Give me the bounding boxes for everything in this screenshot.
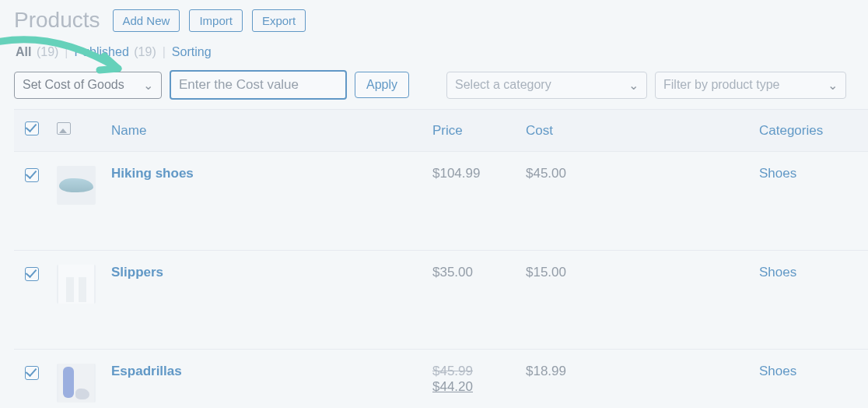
category-link[interactable]: Shoes [759,364,796,378]
tab-published[interactable]: Published (19) [75,45,156,59]
product-thumbnail[interactable] [57,265,96,304]
table-row: Espadrillas $45.99$44.20 $18.99 Shoes [14,350,868,409]
price-value: $104.99 [432,166,480,181]
price-value: $35.00 [432,265,473,280]
page-title: Products [14,8,100,33]
category-filter-select[interactable]: Select a category ⌄ [446,72,647,99]
product-thumbnail[interactable] [57,364,96,403]
select-all-checkbox[interactable] [25,121,39,135]
product-name-link[interactable]: Hiking shoes [111,166,194,181]
chevron-down-icon: ⌄ [143,78,153,93]
cost-value: $45.00 [526,166,566,181]
apply-button[interactable]: Apply [355,72,409,98]
products-table: Name Price Cost Categories Hiking shoes … [14,109,868,408]
row-checkbox[interactable] [25,267,39,281]
row-checkbox[interactable] [25,168,39,182]
tab-all[interactable]: All (19) [16,45,58,59]
tab-separator: | [163,45,166,59]
import-button[interactable]: Import [189,9,243,32]
cost-value: $15.00 [526,265,566,280]
cost-value: $18.99 [526,364,566,378]
product-type-filter-select[interactable]: Filter by product type ⌄ [655,72,846,99]
category-link[interactable]: Shoes [759,265,796,280]
table-row: Hiking shoes $104.99 $45.00 Shoes [14,152,868,251]
price-original: $45.99 [432,364,473,378]
image-column-icon [57,122,71,135]
column-price[interactable]: Price [425,110,518,152]
row-checkbox[interactable] [25,366,39,380]
column-categories[interactable]: Categories [751,110,868,152]
price-sale: $44.20 [432,379,473,394]
tab-separator: | [65,45,68,59]
product-name-link[interactable]: Espadrillas [111,364,182,378]
table-row: Slippers $35.00 $15.00 Shoes [14,251,868,350]
bulk-action-select[interactable]: Set Cost of Goods ⌄ [14,72,162,99]
export-button[interactable]: Export [252,9,306,32]
category-link[interactable]: Shoes [759,166,796,181]
chevron-down-icon: ⌄ [628,78,639,93]
column-cost[interactable]: Cost [518,110,751,152]
cost-value-input[interactable] [170,70,347,100]
chevron-down-icon: ⌄ [828,78,838,93]
tab-sorting[interactable]: Sorting [172,45,212,59]
add-new-button[interactable]: Add New [113,9,180,32]
product-name-link[interactable]: Slippers [111,265,163,280]
product-thumbnail[interactable] [57,166,96,205]
view-tabs: All (19) | Published (19) | Sorting [0,37,868,67]
column-name[interactable]: Name [103,110,425,152]
